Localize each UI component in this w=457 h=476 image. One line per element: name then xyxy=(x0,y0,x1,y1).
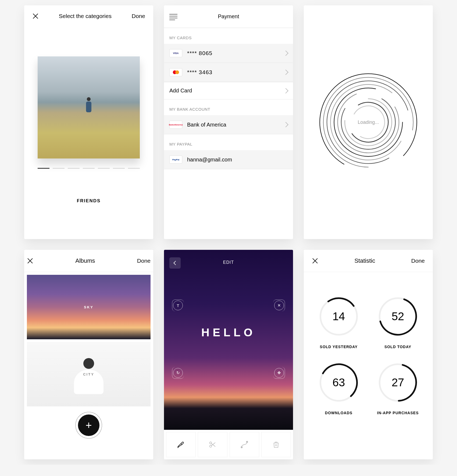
rotate-icon[interactable]: ↻ xyxy=(173,368,183,378)
stat-value: 52 xyxy=(392,310,404,323)
card-row[interactable]: **** 3463 xyxy=(164,63,293,82)
categories-screen: Select the categories Done FRIENDS xyxy=(24,5,153,239)
paypal-row[interactable]: PayPal hanna@gmail.com xyxy=(164,150,293,169)
hamburger-icon[interactable] xyxy=(169,14,177,19)
card-number: **** 8065 xyxy=(187,50,284,56)
album-label: SKY xyxy=(84,305,94,309)
move-icon[interactable]: ✥ xyxy=(274,368,284,378)
card-row[interactable]: VISA **** 8065 xyxy=(164,44,293,63)
done-button[interactable]: Done xyxy=(132,13,145,19)
svg-point-8 xyxy=(241,447,242,448)
bankofamerica-icon: BankofAmerica xyxy=(169,121,182,129)
section-header: MY CARDS xyxy=(164,28,293,44)
stat-cell: 27 IN-APP PURCHASES xyxy=(374,362,422,415)
stat-label: DOWNLOADS xyxy=(325,411,352,415)
chevron-right-icon xyxy=(283,122,288,127)
edit-canvas[interactable]: EDIT T ✕ ↻ ✥ HELLO xyxy=(164,250,293,430)
loading-screen: Loading... xyxy=(304,5,433,239)
spinner-icon: Loading... xyxy=(317,71,419,173)
section-header: MY BANK ACCOUNT xyxy=(164,99,293,115)
stat-cell: 14 SOLD YESTERDAY xyxy=(315,296,363,349)
stat-ring: 52 xyxy=(378,296,418,337)
curve-tool-icon[interactable] xyxy=(230,432,259,457)
edit-screen: EDIT T ✕ ↻ ✥ HELLO xyxy=(164,250,293,459)
category-label: FRIENDS xyxy=(24,198,153,204)
albums-screen: Albums Done SKY CITY + xyxy=(24,250,153,459)
add-card-button[interactable]: Add Card xyxy=(164,82,293,99)
stat-label: IN-APP PURCHASES xyxy=(377,411,419,415)
section-header: MY PAYPAL xyxy=(164,134,293,150)
stat-value: 27 xyxy=(392,376,404,389)
paypal-icon: PayPal xyxy=(169,156,182,164)
album-label: CITY xyxy=(83,372,94,376)
paint-tool-icon[interactable] xyxy=(166,432,196,457)
bank-row[interactable]: BankofAmerica Bank of America xyxy=(164,115,293,134)
trash-tool-icon[interactable] xyxy=(261,432,291,457)
stat-cell: 52 SOLD TODAY xyxy=(374,296,422,349)
stat-cell: 63 DOWNLOADS xyxy=(315,362,363,415)
stat-ring: 63 xyxy=(319,362,359,403)
page-title: Payment xyxy=(218,13,239,20)
done-button[interactable]: Done xyxy=(137,258,151,264)
chevron-right-icon xyxy=(283,88,288,93)
card-number: **** 3463 xyxy=(187,69,284,75)
close-icon[interactable] xyxy=(312,258,318,264)
overlay-text[interactable]: HELLO xyxy=(201,326,256,339)
chevron-right-icon xyxy=(283,70,288,75)
bank-name: Bank of America xyxy=(187,122,284,128)
album-item[interactable]: CITY xyxy=(27,342,151,406)
mastercard-icon xyxy=(169,68,182,76)
stat-ring: 27 xyxy=(378,362,418,403)
done-button[interactable]: Done xyxy=(411,258,425,264)
svg-point-4 xyxy=(210,442,212,444)
stat-value: 14 xyxy=(333,310,345,323)
cut-tool-icon[interactable] xyxy=(198,432,227,457)
add-album-button[interactable]: + xyxy=(78,414,99,436)
visa-icon: VISA xyxy=(169,49,182,57)
stat-value: 63 xyxy=(333,376,345,389)
statistic-screen: Statistic Done 14 SOLD YESTERDAY 52 xyxy=(304,250,433,459)
page-title: Albums xyxy=(75,257,95,264)
stat-label: SOLD TODAY xyxy=(384,345,411,349)
page-title: Statistic xyxy=(354,257,375,264)
category-image[interactable] xyxy=(38,56,140,158)
close-icon[interactable] xyxy=(32,13,39,19)
pager[interactable] xyxy=(24,168,153,169)
back-button[interactable] xyxy=(169,257,181,269)
page-title: Select the categories xyxy=(59,13,112,19)
chevron-right-icon xyxy=(283,51,288,56)
close-overlay-icon[interactable]: ✕ xyxy=(274,301,284,310)
svg-point-9 xyxy=(247,441,248,443)
page-title: EDIT xyxy=(223,260,234,265)
close-icon[interactable] xyxy=(27,258,33,264)
stat-label: SOLD YESTERDAY xyxy=(320,345,358,349)
stat-ring: 14 xyxy=(319,296,359,337)
add-album-area: + xyxy=(24,414,153,436)
paypal-email: hanna@gmail.com xyxy=(187,157,288,163)
loading-text: Loading... xyxy=(358,120,379,125)
svg-point-5 xyxy=(210,445,212,448)
album-item[interactable]: SKY xyxy=(27,275,151,339)
text-tool-icon[interactable]: T xyxy=(173,301,183,310)
payment-screen: Payment MY CARDS VISA **** 8065 **** 346… xyxy=(164,5,293,239)
